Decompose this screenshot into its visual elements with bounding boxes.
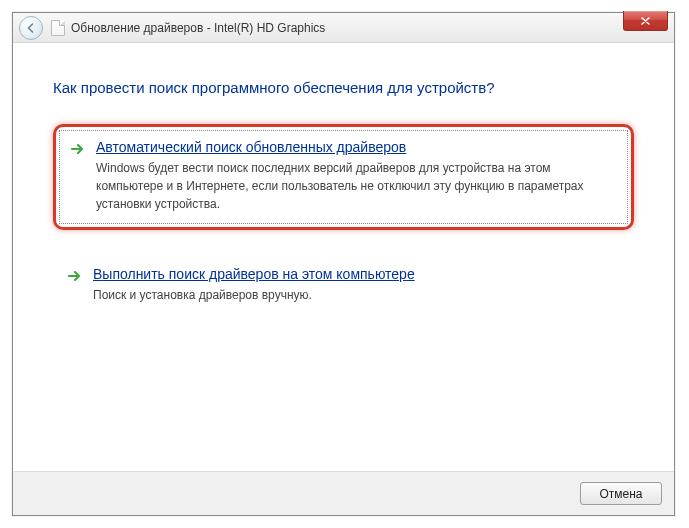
back-button[interactable] xyxy=(19,16,43,40)
footer: Отмена xyxy=(13,471,674,515)
dialog-window: Обновление драйверов - Intel(R) HD Graph… xyxy=(12,12,675,516)
option-auto-title: Автоматический поиск обновленных драйвер… xyxy=(96,139,615,155)
window-title: Обновление драйверов - Intel(R) HD Graph… xyxy=(71,21,325,35)
page-heading: Как провести поиск программного обеспече… xyxy=(53,79,634,96)
close-button[interactable] xyxy=(623,11,668,31)
cancel-button[interactable]: Отмена xyxy=(580,482,662,505)
option-manual-search[interactable]: Выполнить поиск драйверов на этом компью… xyxy=(53,254,634,318)
arrow-right-icon xyxy=(70,141,86,157)
option-auto-desc: Windows будет вести поиск последних верс… xyxy=(96,159,615,213)
cancel-button-label: Отмена xyxy=(599,487,642,501)
arrow-left-icon xyxy=(25,22,37,34)
option-manual-desc: Поиск и установка драйверов вручную. xyxy=(93,286,618,304)
option-manual-title: Выполнить поиск драйверов на этом компью… xyxy=(93,266,618,282)
option-auto-search[interactable]: Автоматический поиск обновленных драйвер… xyxy=(53,124,634,230)
titlebar: Обновление драйверов - Intel(R) HD Graph… xyxy=(13,13,674,43)
document-icon xyxy=(51,20,65,36)
arrow-right-icon xyxy=(67,268,83,284)
content-area: Как провести поиск программного обеспече… xyxy=(13,43,674,471)
close-icon xyxy=(640,16,651,26)
